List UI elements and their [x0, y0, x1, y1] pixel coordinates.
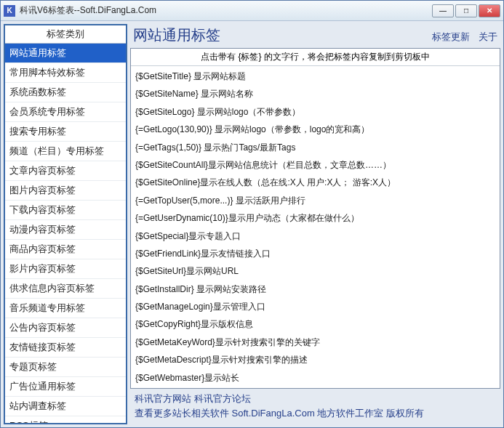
link-about[interactable]: 关于 — [479, 31, 497, 44]
tag-row[interactable]: {=GetLogo(130,90)} 显示网站logo（带参数，logo的宽和高… — [135, 121, 495, 138]
maximize-button[interactable]: □ — [455, 4, 477, 17]
tag-row[interactable]: {$GetWebmasterEmail}显示站长Email — [135, 387, 495, 388]
tag-row[interactable]: {$GetSiteUrl}显示网站URL — [135, 262, 495, 280]
tag-row[interactable]: {$GetFriendLink}显示友情链接入口 — [135, 245, 495, 262]
instruction-text: 点击带有 {标签} 的文字行，将会把标签内容复制到剪切板中 — [131, 49, 500, 66]
sidebar-item[interactable]: 音乐频道专用标签 — [5, 299, 126, 318]
sidebar-header: 标签类别 — [5, 25, 126, 44]
titlebar: K 科讯V6标签表--Soft.DiFangLa.Com — □ ✕ — [1, 1, 503, 21]
main-title: 网站通用标签 — [133, 25, 432, 45]
tag-row[interactable]: {=GetTags(1,50)} 显示热门Tags/最新Tags — [135, 139, 495, 156]
main-header: 网站通用标签 标签更新 关于 — [130, 24, 500, 48]
sidebar-item[interactable]: 友情链接页标签 — [5, 338, 126, 358]
sidebar-item[interactable]: 图片内容页标签 — [5, 181, 126, 201]
sidebar-item[interactable]: 网站通用标签 — [5, 44, 126, 63]
close-button[interactable]: ✕ — [479, 4, 500, 17]
sidebar-item[interactable]: 商品内容页标签 — [5, 240, 126, 259]
minimize-button[interactable]: — — [432, 4, 454, 17]
main-links: 标签更新 关于 — [432, 31, 497, 44]
tag-row[interactable]: {$GetSiteTitle} 显示网站标题 — [135, 68, 495, 85]
tag-row[interactable]: {$GetMetaKeyWord}显示针对搜索引擎的关键字 — [135, 334, 495, 351]
link-update[interactable]: 标签更新 — [432, 31, 470, 44]
sidebar-item[interactable]: 公告内容页标签 — [5, 318, 126, 338]
sidebar-item[interactable]: 影片内容页标签 — [5, 259, 126, 279]
sidebar-item[interactable]: 动漫内容页标签 — [5, 220, 126, 240]
main: 网站通用标签 标签更新 关于 点击带有 {标签} 的文字行，将会把标签内容复制到… — [130, 24, 500, 424]
tag-row[interactable]: {$GetSpecial}显示专题入口 — [135, 227, 495, 245]
sidebar-item[interactable]: 系统函数标签 — [5, 83, 126, 102]
tag-row[interactable]: {=GetTopUser(5,more...)} 显示活跃用户排行 — [135, 192, 495, 209]
sidebar-item[interactable]: 常用脚本特效标签 — [5, 63, 126, 83]
sidebar-item[interactable]: RSS标签 — [5, 416, 126, 423]
app-icon: K — [4, 5, 15, 17]
tag-row[interactable]: {$GetInstallDir} 显示网站安装路径 — [135, 280, 495, 298]
tag-row[interactable]: {=GetUserDynamic(10)}显示用户动态（大家都在做什么） — [135, 209, 495, 227]
tag-list: {$GetSiteTitle} 显示网站标题{$GetSiteName} 显示网… — [131, 66, 500, 388]
body: 标签类别 网站通用标签常用脚本特效标签系统函数标签会员系统专用标签搜索专用标签频… — [1, 21, 503, 427]
tag-row[interactable]: {$GetSiteLogo} 显示网站logo（不带参数） — [135, 103, 495, 121]
footer-line-1[interactable]: 科讯官方网站 科讯官方论坛 — [135, 392, 496, 406]
sidebar-item[interactable]: 广告位通用标签 — [5, 377, 126, 397]
app-window: K 科讯V6标签表--Soft.DiFangLa.Com — □ ✕ 标签类别 … — [0, 0, 504, 428]
sidebar: 标签类别 网站通用标签常用脚本特效标签系统函数标签会员系统专用标签搜索专用标签频… — [4, 24, 127, 424]
tag-row[interactable]: {$GetMetaDescript}显示针对搜索引擎的描述 — [135, 351, 495, 368]
tag-row[interactable]: {$GetCopyRight}显示版权信息 — [135, 315, 495, 333]
sidebar-item[interactable]: 搜索专用标签 — [5, 122, 126, 142]
footer: 科讯官方网站 科讯官方论坛 查看更多站长相关软件 Soft.DiFangLa.C… — [130, 389, 500, 424]
sidebar-item[interactable]: 文章内容页标签 — [5, 161, 126, 181]
sidebar-item[interactable]: 下载内容页标签 — [5, 201, 126, 220]
tag-row[interactable]: {$GetSiteOnline}显示在线人数（总在线:X人 用户:X人； 游客:… — [135, 174, 495, 191]
tag-row[interactable]: {$GetManageLogin}显示管理入口 — [135, 298, 495, 315]
tag-row[interactable]: {$GetSiteName} 显示网站名称 — [135, 85, 495, 102]
window-title: 科讯V6标签表--Soft.DiFangLa.Com — [20, 4, 432, 17]
sidebar-item[interactable]: 会员系统专用标签 — [5, 102, 126, 122]
sidebar-item[interactable]: 专题页标签 — [5, 358, 126, 377]
window-controls: — □ ✕ — [432, 4, 500, 17]
footer-line-2[interactable]: 查看更多站长相关软件 Soft.DiFangLa.Com 地方软件工作室 版权所… — [135, 406, 496, 421]
sidebar-item[interactable]: 频道（栏目）专用标签 — [5, 142, 126, 161]
sidebar-item[interactable]: 供求信息内容页标签 — [5, 279, 126, 299]
sidebar-item[interactable]: 站内调查标签 — [5, 397, 126, 416]
sidebar-list: 网站通用标签常用脚本特效标签系统函数标签会员系统专用标签搜索专用标签频道（栏目）… — [5, 44, 126, 423]
tag-row[interactable]: {$GetSiteCountAll}显示网站信息统计（栏目总数，文章总数……） — [135, 156, 495, 174]
tag-row[interactable]: {$GetWebmaster}显示站长 — [135, 369, 495, 387]
content-panel: 点击带有 {标签} 的文字行，将会把标签内容复制到剪切板中 {$GetSiteT… — [130, 48, 500, 389]
